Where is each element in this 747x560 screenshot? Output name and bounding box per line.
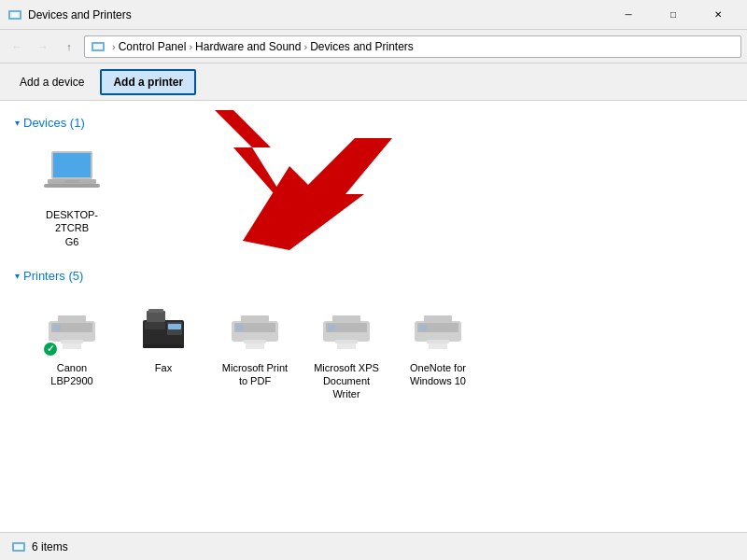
svg-rect-29 (236, 325, 244, 330)
forward-icon: → (38, 41, 49, 52)
printers-section-title: Printers (5) (23, 269, 83, 283)
svg-rect-35 (328, 325, 335, 330)
add-device-button[interactable]: Add a device (7, 69, 96, 95)
computer-icon (42, 145, 102, 204)
default-printer-badge: ✓ (42, 341, 59, 357)
path-control-panel[interactable]: Control Panel (119, 40, 187, 53)
printer-item-xps[interactable]: Microsoft XPSDocument Writer (304, 292, 388, 407)
minimize-button[interactable]: ─ (607, 0, 650, 30)
printer-item-canon[interactable]: ✓ Canon LBP2900 (30, 292, 114, 407)
status-bar-icon (11, 539, 26, 554)
path-separator-2: › (189, 41, 192, 52)
up-button[interactable]: ↑ (58, 35, 80, 58)
status-bar: 6 items (0, 532, 747, 560)
svg-rect-16 (53, 325, 61, 330)
back-button[interactable]: ← (6, 35, 28, 58)
svg-rect-21 (145, 322, 165, 329)
path-separator-3: › (303, 41, 307, 52)
svg-rect-33 (335, 340, 358, 343)
title-bar-text: Devices and Printers (28, 8, 132, 21)
path-separator-1: › (112, 41, 116, 52)
svg-rect-7 (53, 153, 91, 177)
svg-rect-43 (14, 544, 23, 550)
xps-printer-label: Microsoft XPSDocument Writer (310, 361, 383, 401)
svg-rect-3 (93, 44, 103, 49)
printers-section-header[interactable]: ▾ Printers (5) (15, 269, 732, 283)
svg-rect-41 (419, 325, 427, 330)
printer-item-pdf[interactable]: Microsoft Printto PDF (213, 292, 297, 407)
svg-rect-22 (143, 344, 184, 348)
svg-rect-10 (64, 180, 79, 183)
printer-item-onenote[interactable]: OneNote forWindows 10 (396, 292, 480, 407)
path-hardware-sound[interactable]: Hardware and Sound (195, 40, 301, 53)
svg-rect-32 (332, 315, 360, 323)
pdf-printer-label: Microsoft Printto PDF (222, 361, 288, 388)
main-content: ▾ Devices (1) DESKTOP-2TCRBG6 ▾ (0, 101, 747, 532)
svg-rect-27 (244, 340, 266, 343)
close-button[interactable]: ✕ (697, 0, 740, 30)
up-icon: ↑ (66, 41, 72, 52)
onenote-printer-icon (408, 298, 468, 357)
canon-printer-icon: ✓ (42, 298, 102, 357)
add-printer-button[interactable]: Add a printer (100, 69, 196, 95)
item-count: 6 items (32, 540, 68, 553)
window-controls: ─ □ ✕ (607, 0, 740, 30)
device-item-computer[interactable]: DESKTOP-2TCRBG6 (30, 139, 114, 254)
onenote-printer-label: OneNote forWindows 10 (410, 361, 466, 388)
svg-rect-26 (241, 315, 269, 323)
path-icon (91, 39, 106, 54)
svg-rect-15 (63, 343, 81, 349)
maximize-button[interactable]: □ (652, 0, 695, 30)
title-bar: Devices and Printers ─ □ ✕ (0, 0, 747, 30)
devices-section-title: Devices (1) (23, 116, 85, 130)
forward-button[interactable]: → (32, 35, 54, 58)
devices-section-header[interactable]: ▾ Devices (1) (15, 116, 732, 130)
svg-rect-28 (246, 343, 264, 349)
svg-rect-14 (61, 340, 83, 343)
printers-grid: ✓ Canon LBP2900 (15, 292, 732, 407)
back-icon: ← (12, 41, 22, 52)
address-bar: ← → ↑ › Control Panel › Hardware and Sou… (0, 30, 747, 63)
svg-rect-23 (168, 324, 181, 329)
title-bar-icon (7, 7, 22, 22)
pdf-printer-icon (225, 298, 285, 357)
devices-chevron-icon: ▾ (15, 118, 20, 128)
svg-rect-34 (337, 343, 356, 349)
path-devices-printers[interactable]: Devices and Printers (310, 40, 414, 53)
printers-chevron-icon: ▾ (15, 271, 20, 281)
address-path[interactable]: › Control Panel › Hardware and Sound › D… (84, 35, 741, 58)
svg-rect-19 (148, 309, 163, 313)
fax-label: Fax (155, 361, 172, 374)
svg-rect-38 (424, 315, 452, 323)
devices-grid: DESKTOP-2TCRBG6 (15, 139, 732, 254)
svg-rect-13 (58, 315, 86, 323)
svg-rect-9 (44, 184, 100, 188)
svg-rect-40 (429, 343, 447, 349)
xps-printer-icon (317, 298, 376, 357)
fax-icon (134, 298, 193, 357)
svg-rect-1 (10, 12, 20, 18)
canon-label: Canon LBP2900 (35, 361, 108, 388)
computer-label: DESKTOP-2TCRBG6 (35, 208, 108, 248)
svg-rect-39 (427, 340, 449, 343)
printer-item-fax[interactable]: Fax (121, 292, 205, 407)
toolbar: Add a device Add a printer (0, 63, 747, 101)
